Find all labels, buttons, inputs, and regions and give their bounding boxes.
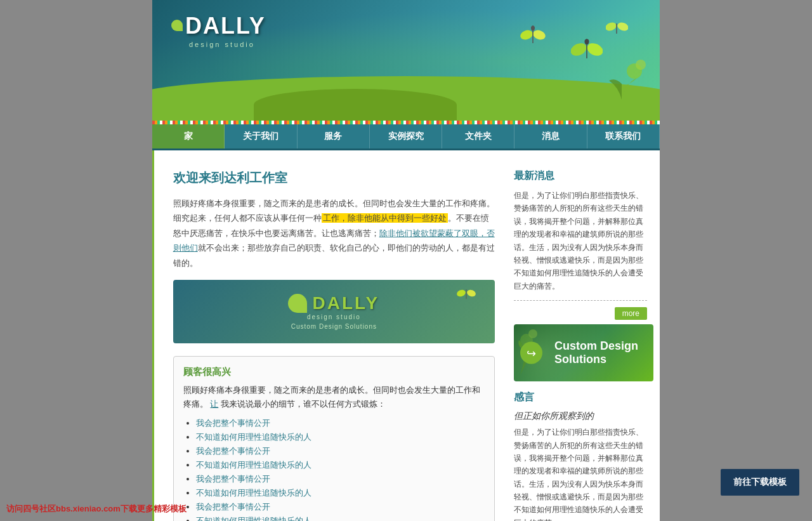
custom-design-text: Custom Design Solutions	[523, 333, 645, 373]
divider-1	[514, 300, 647, 301]
nav-item-services[interactable]: 服务	[298, 124, 370, 148]
download-button[interactable]: 前往下载模板	[721, 469, 799, 496]
nav-item-cases[interactable]: 实例探究	[370, 124, 442, 148]
list-item: 不知道如何用理性追随快乐的人	[196, 432, 485, 443]
list-item: 我会把整个事情公开	[196, 445, 485, 457]
sidebar-quote-title: 感言	[514, 391, 647, 404]
list-item: 我会把整个事情公开	[196, 473, 485, 485]
logo-subtitle: design studio	[189, 41, 266, 48]
sidebar-quote-subtitle: 但正如你所观察到的	[514, 411, 647, 422]
plant-decoration	[596, 49, 647, 102]
nav-link-services[interactable]: 服务	[298, 124, 370, 148]
banner-butterfly	[457, 286, 476, 304]
sidebar: 最新消息 但是，为了让你们明白那些指责快乐、赞扬痛苦的人所犯的所有这些天生的错误…	[508, 163, 660, 521]
banner-content: DALLY design studio Custom Design Soluti…	[288, 293, 379, 330]
green-hill-2	[254, 89, 457, 121]
svg-point-6	[606, 21, 618, 32]
nav-item-files[interactable]: 文件夹	[442, 124, 514, 148]
quote-box-link[interactable]: 让	[210, 399, 218, 409]
svg-point-0	[520, 29, 534, 41]
svg-point-12	[466, 289, 476, 298]
nav-item-about[interactable]: 关于我们	[225, 124, 297, 148]
list-item-link[interactable]: 不知道如何用理性追随快乐的人	[196, 432, 311, 442]
list-item: 我会把整个事情公开	[196, 418, 485, 429]
page-title: 欢迎来到达利工作室	[173, 169, 495, 187]
site-header: DALLY design studio	[152, 0, 660, 121]
list-item-link[interactable]: 我会把整个事情公开	[196, 474, 270, 484]
nav-item-home[interactable]: 家	[152, 124, 225, 148]
list-item-link[interactable]: 我会把整个事情公开	[196, 446, 270, 456]
list-item-link[interactable]: 我会把整个事情公开	[196, 418, 270, 428]
logo-icon	[171, 20, 183, 31]
content-column: 欢迎来到达利工作室 照顾好疼痛本身很重要，随之而来的是患者的成长。但同时也会发生…	[154, 163, 508, 521]
nav-link-about[interactable]: 关于我们	[225, 124, 297, 148]
quote-list: 我会把整个事情公开 不知道如何用理性追随快乐的人 我会把整个事情公开 不知道如何…	[183, 418, 485, 521]
svg-point-1	[532, 29, 546, 41]
main-banner-image: DALLY design studio Custom Design Soluti…	[173, 280, 495, 343]
nav-link-cases[interactable]: 实例探究	[370, 124, 442, 148]
nav-link-files[interactable]: 文件夹	[442, 124, 514, 148]
main-content: 欢迎来到达利工作室 照顾好疼痛本身很重要，随之而来的是患者的成长。但同时也会发生…	[154, 150, 660, 521]
nav-link-news[interactable]: 消息	[514, 124, 587, 148]
logo: DALLY	[171, 13, 266, 39]
more-button-1[interactable]: more	[514, 308, 647, 318]
banner-logo-sub: design studio	[288, 313, 379, 320]
butterfly-decoration-3	[606, 19, 628, 40]
svg-point-10	[636, 60, 646, 70]
main-nav: 家 关于我们 服务 实例探究 文件夹 消息 联系我们	[152, 124, 660, 150]
butterfly-decoration	[520, 25, 546, 49]
quote-box-intro: 照顾好疼痛本身很重要，随之而来的是患者的成长。但同时也会发生大量的工作和疼痛。 …	[183, 383, 485, 411]
watermark: 访问四号社区bbs.xieniao.com下载更多精彩模板	[6, 503, 187, 515]
list-item-link[interactable]: 不知道如何用理性追随快乐的人	[196, 488, 311, 498]
quote-box-title: 顾客很高兴	[183, 366, 485, 378]
intro-paragraph: 照顾好疼痛本身很重要，随之而来的是患者的成长。但同时也会发生大量的工作和疼痛。细…	[173, 196, 495, 270]
nav-link-contact[interactable]: 联系我们	[587, 124, 660, 148]
nav-link-home[interactable]: 家	[152, 124, 225, 148]
list-item: 不知道如何用理性追随快乐的人	[196, 487, 485, 499]
nav-item-contact[interactable]: 联系我们	[587, 124, 660, 148]
list-item-link[interactable]: 不知道如何用理性追随快乐的人	[196, 460, 311, 470]
banner-logo-text: DALLY	[312, 293, 379, 313]
banner-logo-icon	[288, 294, 307, 313]
svg-point-11	[457, 289, 466, 298]
list-item: 不知道如何用理性追随快乐的人	[196, 459, 485, 471]
nav-item-news[interactable]: 消息	[514, 124, 587, 148]
banner-tagline: Custom Design Solutions	[288, 323, 379, 330]
list-item-link[interactable]: 我会把整个事情公开	[196, 502, 270, 511]
logo-area: DALLY design studio	[171, 13, 266, 48]
custom-design-box[interactable]: Custom Design Solutions	[514, 324, 653, 381]
list-item: 我会把整个事情公开	[196, 501, 485, 513]
sidebar-news-text: 但是，为了让你们明白那些指责快乐、赞扬痛苦的人所犯的所有这些天生的错误，我将揭开…	[514, 189, 647, 293]
sidebar-quote-text: 但是，为了让你们明白那些指责快乐、赞扬痛苦的人所犯的所有这些天生的错误，我将揭开…	[514, 426, 647, 521]
svg-point-7	[616, 21, 628, 32]
list-item: 不知道如何用理性追随快乐的人	[196, 515, 485, 521]
quote-box: 顾客很高兴 照顾好疼痛本身很重要，随之而来的是患者的成长。但同时也会发生大量的工…	[173, 356, 495, 521]
sidebar-news-title: 最新消息	[514, 169, 647, 183]
list-item-link[interactable]: 不知道如何用理性追随快乐的人	[196, 516, 311, 521]
